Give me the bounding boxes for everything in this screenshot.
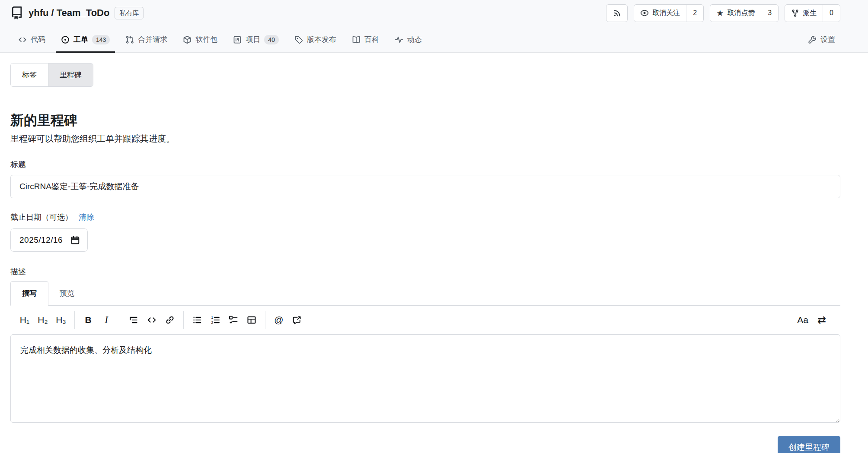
activity-pulse-icon bbox=[395, 35, 403, 44]
issue-icon bbox=[61, 35, 70, 44]
tab-label: 百科 bbox=[364, 35, 379, 44]
quote-button[interactable] bbox=[125, 311, 142, 329]
rss-icon bbox=[613, 9, 621, 17]
wrench-icon bbox=[808, 35, 817, 44]
repo-tab-nav: 代码 工单 143 合并请求 软件包 bbox=[0, 25, 868, 53]
toolbar-separator bbox=[74, 311, 75, 329]
tab-label: 动态 bbox=[407, 35, 422, 44]
switch-editor-button[interactable]: ⇄ bbox=[814, 311, 830, 329]
heading1-button[interactable]: H₁ bbox=[16, 311, 33, 329]
projects-count-badge: 40 bbox=[264, 35, 279, 44]
italic-button[interactable]: I bbox=[98, 311, 115, 329]
unstar-label: 取消点赞 bbox=[727, 9, 755, 18]
repo-header: yhfu / Team_ToDo 私有库 取消关注 2 ★ bbox=[0, 0, 868, 53]
heading3-button[interactable]: H₃ bbox=[53, 311, 69, 329]
editor-tab-preview[interactable]: 预览 bbox=[48, 282, 86, 305]
tab-label: 版本发布 bbox=[307, 35, 336, 44]
pull-request-icon bbox=[125, 35, 134, 44]
main-content: 标签 里程碑 新的里程碑 里程碑可以帮助您组织工单并跟踪其进度。 标题 截止日期… bbox=[0, 53, 868, 453]
toolbar-separator bbox=[265, 311, 265, 329]
editor-tab-write[interactable]: 撰写 bbox=[10, 281, 48, 306]
repo-full-name[interactable]: yhfu / Team_ToDo bbox=[29, 7, 109, 19]
subnav-labels[interactable]: 标签 bbox=[11, 63, 48, 86]
fork-icon bbox=[791, 9, 799, 17]
title-field-label: 标题 bbox=[10, 159, 840, 170]
unwatch-button[interactable]: 取消关注 2 bbox=[634, 4, 704, 22]
repo-book-icon bbox=[10, 6, 23, 19]
markdown-toolbar: H₁ H₂ H₃ B I bbox=[10, 306, 840, 333]
due-date-label: 截止日期（可选） bbox=[10, 212, 73, 222]
numbered-list-button[interactable]: 12 bbox=[207, 311, 223, 329]
unwatch-label: 取消关注 bbox=[652, 9, 680, 18]
tag-icon bbox=[294, 35, 303, 44]
table-button[interactable] bbox=[243, 311, 260, 329]
stars-count[interactable]: 3 bbox=[761, 5, 778, 22]
repo-visibility-badge: 私有库 bbox=[115, 7, 144, 19]
reference-button[interactable] bbox=[289, 311, 305, 329]
wiki-book-icon bbox=[352, 35, 361, 44]
package-icon bbox=[183, 35, 191, 44]
due-date-input[interactable]: 2025/12/16 bbox=[10, 228, 88, 252]
unstar-button[interactable]: ★ 取消点赞 3 bbox=[710, 4, 779, 22]
toolbar-separator bbox=[183, 311, 184, 329]
code-button[interactable] bbox=[144, 311, 160, 329]
markdown-editor-tabs: 撰写 预览 bbox=[10, 281, 840, 306]
star-icon: ★ bbox=[716, 9, 724, 17]
tab-wiki[interactable]: 百科 bbox=[347, 35, 384, 52]
svg-text:1: 1 bbox=[211, 316, 213, 320]
tab-label: 设置 bbox=[820, 35, 835, 44]
bold-button[interactable]: B bbox=[80, 311, 96, 329]
toolbar-separator bbox=[120, 311, 120, 329]
subnav-milestones[interactable]: 里程碑 bbox=[48, 63, 93, 86]
milestone-description-textarea[interactable]: 完成相关数据的收集、分析及结构化 bbox=[10, 334, 840, 423]
tab-packages[interactable]: 软件包 bbox=[178, 35, 223, 52]
code-icon bbox=[18, 35, 27, 44]
milestone-title-input[interactable] bbox=[10, 175, 840, 198]
repo-title-group: yhfu / Team_ToDo 私有库 bbox=[10, 6, 144, 19]
tab-label: 代码 bbox=[31, 35, 45, 44]
tab-releases[interactable]: 版本发布 bbox=[289, 35, 341, 52]
tab-activity[interactable]: 动态 bbox=[389, 35, 427, 52]
project-board-icon bbox=[233, 35, 242, 44]
tab-code[interactable]: 代码 bbox=[13, 35, 51, 52]
due-date-value: 2025/12/16 bbox=[19, 235, 63, 245]
calendar-icon[interactable] bbox=[70, 235, 80, 245]
watchers-count[interactable]: 2 bbox=[686, 5, 703, 22]
mention-button[interactable]: @ bbox=[271, 311, 287, 329]
svg-text:2: 2 bbox=[211, 321, 213, 325]
link-button[interactable] bbox=[162, 311, 178, 329]
tab-label: 工单 bbox=[73, 35, 88, 44]
description-field-label: 描述 bbox=[10, 266, 840, 277]
repo-action-buttons: 取消关注 2 ★ 取消点赞 3 派生 0 bbox=[606, 4, 840, 22]
page-subtitle: 里程碑可以帮助您组织工单并跟踪其进度。 bbox=[10, 133, 840, 145]
monospace-toggle-button[interactable]: Aa bbox=[795, 311, 811, 329]
tab-projects[interactable]: 项目 40 bbox=[228, 35, 284, 52]
tab-label: 项目 bbox=[246, 35, 260, 44]
clear-due-date-link[interactable]: 清除 bbox=[79, 212, 94, 222]
eye-icon bbox=[640, 9, 649, 17]
section-divider bbox=[10, 94, 840, 94]
forks-count[interactable]: 0 bbox=[823, 5, 840, 22]
tab-label: 软件包 bbox=[195, 35, 217, 44]
bullet-list-button[interactable] bbox=[189, 311, 205, 329]
heading2-button[interactable]: H₂ bbox=[35, 311, 51, 329]
page-title: 新的里程碑 bbox=[10, 111, 840, 130]
tab-settings[interactable]: 设置 bbox=[803, 35, 840, 52]
issues-count-badge: 143 bbox=[92, 35, 110, 44]
issues-subnav: 标签 里程碑 bbox=[10, 63, 93, 87]
task-list-button[interactable] bbox=[225, 311, 242, 329]
create-milestone-button[interactable]: 创建里程碑 bbox=[778, 436, 840, 453]
tab-pull-requests[interactable]: 合并请求 bbox=[120, 35, 172, 52]
rss-feed-button[interactable] bbox=[606, 4, 628, 22]
tab-issues[interactable]: 工单 143 bbox=[56, 35, 115, 52]
tab-label: 合并请求 bbox=[138, 35, 167, 44]
fork-button[interactable]: 派生 0 bbox=[785, 4, 840, 22]
fork-label: 派生 bbox=[803, 9, 817, 18]
